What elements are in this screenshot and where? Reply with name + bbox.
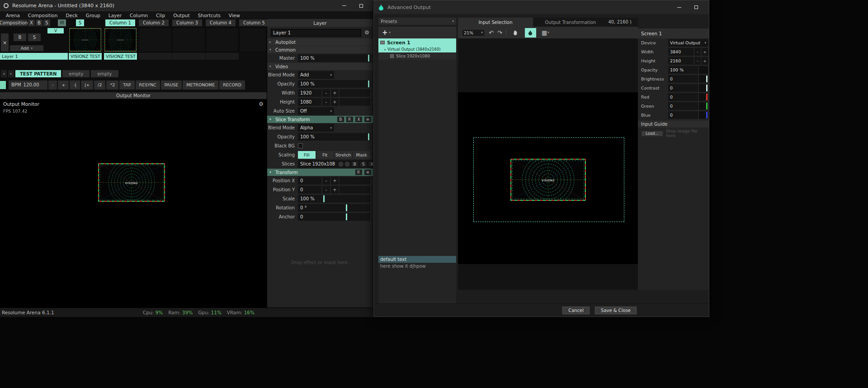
note-line-selected[interactable]: default text (378, 256, 456, 263)
maximize-button[interactable] (357, 2, 366, 9)
master-slider[interactable]: 100 % (298, 54, 370, 62)
slider-handle[interactable] (368, 133, 369, 140)
tree-item-slice[interactable]: Slice 1920x1080 (378, 52, 456, 60)
position-y-plus-button[interactable]: + (331, 186, 339, 194)
minimize-button[interactable] (340, 2, 349, 9)
section-transform[interactable]: ▾ Transform P. ≡ (267, 169, 373, 176)
load-image-button[interactable]: Load... (641, 131, 663, 137)
bpm-half-button[interactable]: /2 (94, 80, 105, 90)
layer-master-button[interactable]: M (58, 19, 66, 26)
clip-slot-1[interactable]: ---- (69, 28, 102, 52)
clip-2-name[interactable]: VISIONZ TEST P... (104, 53, 137, 60)
tree-item-virtual-output[interactable]: ▾ Virtual Output (3840x2160) (378, 46, 456, 52)
width-minus-button[interactable]: - (322, 89, 330, 97)
section-slice-transform[interactable]: ▾ Slice Transform B P. X ≡ (267, 116, 373, 123)
pause-button[interactable]: PAUSE (161, 80, 182, 90)
bpm-double-button[interactable]: *2 (106, 80, 118, 90)
bpm-nudge-down-button[interactable]: -| (70, 80, 80, 90)
menu-deck[interactable]: Deck (61, 13, 81, 18)
screen-height-value[interactable]: 2160 (668, 57, 693, 65)
column-4-header[interactable]: Column 4 (206, 19, 236, 26)
tab-output-transformation[interactable]: Output Transformation (533, 18, 608, 27)
transform-tool-active[interactable] (525, 28, 536, 38)
pan-hand-tool[interactable] (510, 28, 521, 38)
layer-blend-dropdown[interactable]: Add ▾ (10, 45, 43, 51)
layer-clear-button[interactable]: × (1, 33, 9, 52)
brightness-slider[interactable]: 0 (668, 75, 698, 83)
layer-video-button[interactable]: V (47, 28, 64, 33)
clip-slot-5-empty[interactable] (206, 28, 239, 52)
slices-solo-button[interactable]: S (360, 161, 367, 167)
layer-bypass-button[interactable]: B (14, 33, 26, 41)
layer-name-input[interactable] (271, 29, 361, 37)
bpm-display[interactable]: BPM 120.00 (9, 80, 47, 90)
tap-button[interactable]: TAP (119, 80, 134, 90)
section-video[interactable]: ▾ Video (267, 63, 373, 70)
contrast-mini-slider[interactable] (699, 84, 708, 92)
maximize-button[interactable] (692, 4, 701, 11)
clip-slot-4-empty[interactable] (172, 28, 205, 52)
scaling-fit-button[interactable]: Fit (316, 151, 334, 159)
rotation-slider[interactable]: 0 ° (298, 204, 370, 212)
position-x-minus-button[interactable]: - (322, 177, 330, 185)
slider-handle[interactable] (368, 55, 369, 62)
screen-height-minus-button[interactable]: - (694, 57, 701, 65)
tab-input-selection[interactable]: Input Selection (458, 18, 533, 27)
slider-handle[interactable] (346, 204, 347, 211)
composition-clear-button[interactable]: X (28, 19, 35, 26)
slice-crop-icon[interactable] (345, 162, 349, 166)
screen-height-plus-button[interactable]: + (702, 57, 708, 65)
column-trigger-test-pattern[interactable]: TEST PATTERN (15, 70, 61, 77)
opacity-slider[interactable]: 100 % (298, 80, 370, 88)
opacity-mini-slider[interactable] (699, 66, 708, 74)
slices-bypass-button[interactable]: B (351, 161, 358, 167)
clip-1-name[interactable]: VISIONZ TEST P... (69, 53, 102, 60)
grid-options-button[interactable]: ▦ ▾ (540, 28, 551, 38)
slices-value[interactable]: Slice 1920x108 B S X (298, 160, 373, 168)
note-line-2[interactable]: here show it djhpow (378, 263, 456, 270)
menu-clip[interactable]: Clip (152, 13, 169, 18)
height-value[interactable]: 1080 (298, 98, 321, 106)
screen-width-minus-button[interactable]: - (694, 48, 701, 56)
menu-column[interactable]: Column (126, 13, 152, 18)
cancel-button[interactable]: Cancel (562, 307, 590, 314)
add-screen-button[interactable]: + (382, 29, 388, 36)
device-dropdown[interactable]: Virtual Output ▾ (668, 39, 708, 47)
position-x-plus-button[interactable]: + (331, 177, 339, 185)
anchor-slider[interactable]: 0 (298, 213, 370, 221)
position-y-value[interactable]: 0 (298, 186, 321, 194)
column-2-header[interactable]: Column 2 (139, 19, 169, 26)
column-trigger-empty-2[interactable]: empty (91, 70, 118, 77)
layer-solo-button[interactable]: S (28, 33, 41, 41)
blue-slider[interactable]: 0 (668, 111, 698, 119)
monitor-gear-icon[interactable]: ⚙ (259, 101, 264, 107)
slider-handle[interactable] (346, 213, 347, 220)
input-selection-canvas[interactable]: VISIONZ (458, 38, 638, 290)
red-slider[interactable]: 0 (668, 93, 698, 101)
save-and-close-button[interactable]: Save & Close (595, 307, 637, 314)
scaling-stretch-button[interactable]: Stretch (335, 151, 352, 159)
composition-button[interactable]: Composition (0, 19, 27, 26)
menu-arena[interactable]: Arena (2, 13, 24, 18)
layer-name-label[interactable]: Layer 1 (0, 53, 68, 60)
red-mini-slider[interactable] (699, 93, 708, 101)
scaling-mask-button[interactable]: Mask (353, 151, 371, 159)
column-5-header[interactable]: Column 5 (239, 19, 269, 26)
slice-opacity-slider[interactable]: 100 % (298, 133, 370, 141)
menu-group[interactable]: Group (82, 13, 104, 18)
bpm-minus-button[interactable]: - (48, 80, 57, 90)
composition-bypass-button[interactable]: B (36, 19, 42, 26)
contrast-slider[interactable]: 0 (668, 84, 698, 92)
position-y-minus-button[interactable]: - (322, 186, 330, 194)
transform-params-button[interactable]: P. (355, 170, 362, 175)
slider-handle[interactable] (368, 80, 369, 87)
tree-item-screen-1[interactable]: Screen 1 (378, 38, 456, 46)
green-slider[interactable]: 0 (668, 102, 698, 110)
blue-mini-slider[interactable] (699, 111, 708, 119)
expanded-arrow-icon[interactable]: ▾ (384, 48, 386, 51)
bpm-nudge-up-button[interactable]: |+ (81, 80, 93, 90)
canvas-test-pattern[interactable]: VISIONZ (510, 159, 586, 201)
screen-width-plus-button[interactable]: + (702, 48, 708, 56)
section-autopilot[interactable]: ▸ Autopilot (267, 38, 373, 46)
column-3-header[interactable]: Column 3 (172, 19, 202, 26)
